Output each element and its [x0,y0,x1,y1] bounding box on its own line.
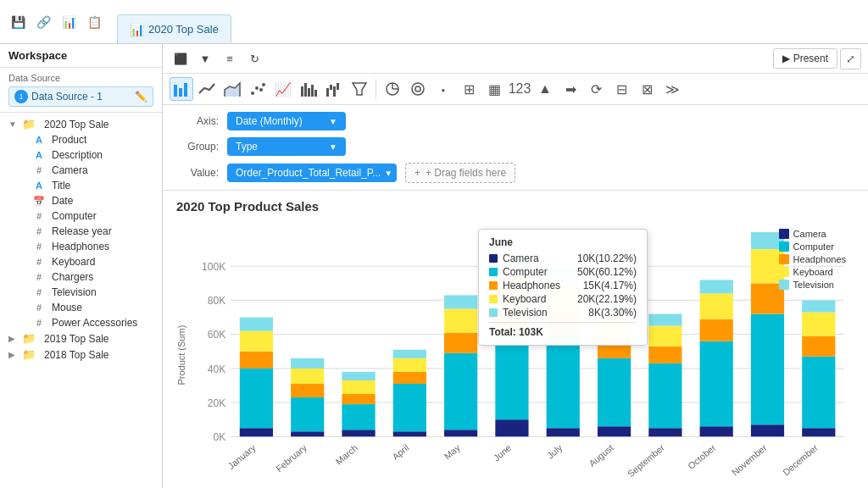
bar-segment[interactable] [291,431,324,436]
sort-icon[interactable]: ≡ [219,47,241,69]
more-icon[interactable]: ≫ [660,77,684,101]
bar-segment[interactable] [648,314,682,326]
present-button[interactable]: ▶ Present [773,48,837,69]
filter2-icon[interactable]: ▼ [194,47,216,69]
table-icon[interactable]: ▦ [482,77,506,101]
copy-icon[interactable]: 📋 [83,11,105,33]
bar-segment[interactable] [598,358,631,426]
matrix-icon[interactable]: ⊠ [635,77,659,101]
bar-segment[interactable] [291,369,324,384]
bar-segment[interactable] [598,426,631,436]
bar-segment[interactable] [802,357,835,428]
grid-icon[interactable]: ⊞ [457,77,481,101]
sidebar-item-date[interactable]: 📅Date [0,193,162,208]
bar-segment[interactable] [495,335,528,420]
sidebar-item-computer[interactable]: #Computer [0,208,162,224]
bar-segment[interactable] [700,280,733,293]
scatter-icon[interactable] [246,77,270,101]
bar-segment[interactable] [700,319,733,341]
bar-segment[interactable] [802,300,835,312]
ds-edit-icon[interactable]: ✏️ [135,91,147,103]
sidebar-item-release-year[interactable]: #Release year [0,224,162,239]
bar-chart-icon[interactable] [170,77,193,101]
tab-2020-top-sale[interactable]: 📊 2020 Top Sale [117,14,231,43]
bar-segment[interactable] [240,352,273,369]
refresh-icon[interactable]: ↻ [243,47,265,69]
number-icon[interactable]: 123 [508,77,531,101]
bar-segment[interactable] [700,426,733,436]
bar-segment[interactable] [393,384,426,431]
bar-segment[interactable] [393,431,426,436]
sidebar-item-mouse[interactable]: #Mouse [0,300,162,315]
dot-icon[interactable]: ⬩ [431,77,455,101]
line-chart-icon[interactable] [195,77,219,101]
bar-segment[interactable] [802,428,835,436]
bar-segment[interactable] [342,430,375,436]
bar-segment[interactable] [393,358,426,372]
bar-segment[interactable] [802,336,835,357]
data-source-item[interactable]: 1 Data Source - 1 ✏️ [8,86,153,107]
sidebar-item-television[interactable]: #Television [0,285,162,300]
histogram-icon[interactable] [297,77,320,101]
bar-segment[interactable] [648,428,682,436]
bar-segment[interactable] [547,428,580,436]
sidebar-item-2018-top-sale[interactable]: ▶📁2018 Top Sale [0,347,162,363]
sidebar-item-title[interactable]: ATitle [0,178,162,193]
area-chart-icon[interactable] [220,77,244,101]
sidebar-item-keyboard[interactable]: #Keyboard [0,254,162,269]
bar-segment[interactable] [291,358,324,369]
funnel-icon[interactable] [348,77,371,101]
bar-segment[interactable] [751,314,784,425]
bar-segment[interactable] [240,331,273,352]
bar-segment[interactable] [342,404,375,430]
waterfall-icon[interactable] [322,77,346,101]
bar-segment[interactable] [240,318,273,331]
expand-button[interactable]: ⤢ [840,48,861,69]
bar-segment[interactable] [291,384,324,397]
bar-segment[interactable] [444,333,477,353]
sidebar-item-product[interactable]: AProduct [0,132,162,147]
group-select[interactable]: Type ▼ [227,137,346,156]
sidebar-item-headphones[interactable]: #Headphones [0,239,162,254]
bar-segment[interactable] [802,313,835,336]
axis-select[interactable]: Date (Monthly) ▼ [227,112,346,130]
combo-icon[interactable]: 📈 [271,77,295,101]
value-field[interactable]: Order_Product_Total_Retail_P... ▼ [227,164,397,182]
connect-icon[interactable]: 🔗 [32,11,54,33]
bar-segment[interactable] [342,380,375,394]
sidebar-item-power-accessories[interactable]: #Power Accessories [0,315,162,330]
bar-segment[interactable] [648,347,682,363]
chart-add-icon[interactable]: 📊 [58,11,80,33]
pie-icon[interactable] [381,77,404,101]
sidebar-item-camera[interactable]: #Camera [0,163,162,178]
bar-segment[interactable] [444,430,477,436]
arrow-icon[interactable]: ➡ [559,77,582,101]
bar-segment[interactable] [240,369,273,428]
bar-segment[interactable] [444,353,477,430]
filter-icon[interactable]: ⬛ [170,47,192,69]
sidebar-item-chargers[interactable]: #Chargers [0,269,162,285]
bar-segment[interactable] [342,372,375,380]
bar-segment[interactable] [444,309,477,333]
bar-segment[interactable] [648,326,682,347]
gauge-icon[interactable]: ⟳ [584,77,608,101]
bar-segment[interactable] [291,397,324,431]
bar-segment[interactable] [342,394,375,404]
bar-segment[interactable] [700,293,733,319]
bar-segment[interactable] [648,363,682,428]
sidebar-item-description[interactable]: ADescription [0,147,162,163]
save-icon[interactable]: 💾 [7,11,29,33]
up-icon[interactable]: ▲ [533,77,557,101]
bar-segment[interactable] [547,335,580,429]
bar-segment[interactable] [700,341,733,427]
bar-segment[interactable] [240,428,273,436]
bar-segment[interactable] [393,350,426,358]
drag-target[interactable]: + + Drag fields here [405,163,515,183]
bar-segment[interactable] [751,424,784,436]
sidebar-item-2020-top-sale[interactable]: ▼📁2020 Top Sale [0,116,162,132]
bar-segment[interactable] [495,419,528,436]
bar-segment[interactable] [393,372,426,384]
bar-segment[interactable] [444,295,477,308]
donut-icon[interactable] [406,77,430,101]
sidebar-item-2019-top-sale[interactable]: ▶📁2019 Top Sale [0,330,162,347]
